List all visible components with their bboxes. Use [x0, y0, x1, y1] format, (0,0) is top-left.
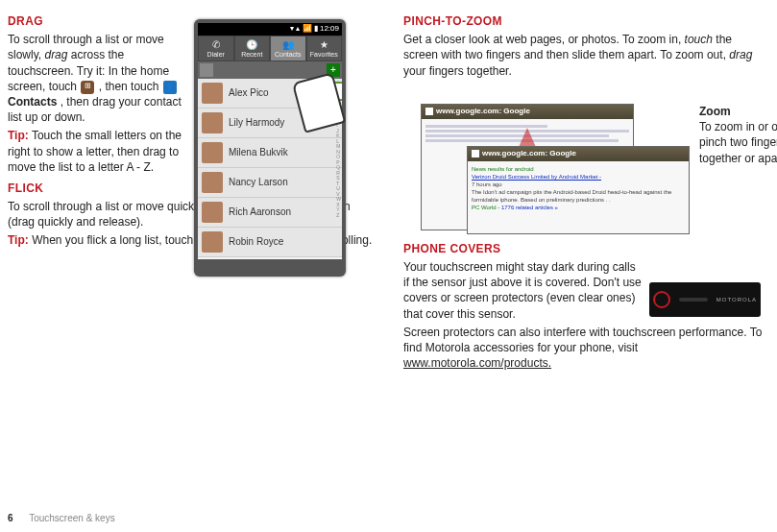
news-snippet: The Idon't ad campaign pits the Android-…	[472, 188, 685, 204]
news-header: News results for android	[472, 165, 685, 173]
contact-name: Alex Pico	[229, 86, 269, 100]
text: , then touch	[99, 80, 162, 93]
pinch-paragraph: Get a closer look at web pages, or photo…	[403, 32, 768, 79]
news-age: 7 hours ago	[472, 181, 685, 188]
browser-title: www.google.com: Google	[436, 107, 530, 117]
tab-label: Favorites	[310, 51, 338, 58]
earpiece-icon	[679, 298, 708, 302]
zoom-text: To zoom in or out, pinch two fingers tog…	[699, 119, 777, 166]
status-bar: ▾ ▴ 📶 ▮ 12:09	[198, 23, 342, 36]
text: drag	[44, 48, 67, 61]
news-source: PC World - 1776 related articles »	[472, 204, 685, 211]
browser-zoomed-in: www.google.com: Google News results for …	[467, 146, 690, 234]
star-icon: ★	[307, 38, 342, 49]
me-avatar[interactable]	[200, 63, 213, 77]
browser-title-bar: www.google.com: Google	[468, 147, 689, 161]
contacts-label: Contacts	[8, 95, 57, 109]
text: touch	[685, 33, 713, 46]
tab-label: Dialer	[207, 51, 225, 58]
text: Get a closer look at web pages, or photo…	[403, 33, 685, 46]
list-item[interactable]: Rich Aaronson	[198, 198, 342, 228]
motorola-link[interactable]: www.motorola.com/products.	[403, 356, 551, 370]
list-item[interactable]: Robin Royce	[198, 228, 342, 257]
phone-mock: ▾ ▴ 📶 ▮ 12:09 ✆Dialer 🕒Recent 👥Contacts …	[194, 19, 346, 277]
avatar	[202, 231, 223, 253]
avatar	[202, 172, 223, 193]
covers-p2: Screen protectors can also interfere wit…	[403, 325, 768, 372]
news-link[interactable]: Verizon Droid Success Limited by Android…	[472, 173, 685, 181]
phone-top-illustration: MOTOROLA	[649, 282, 761, 317]
text: drag	[729, 48, 752, 61]
tab-bar: ✆Dialer 🕒Recent 👥Contacts ★Favorites	[198, 36, 342, 61]
page-number: 6	[8, 513, 13, 523]
contact-name: Robin Royce	[229, 235, 283, 249]
contacts-icon: 👤	[163, 81, 177, 94]
phone-icon: ✆	[199, 38, 233, 49]
pinch-demo: www.google.com: Google www.google.com: G…	[421, 104, 759, 238]
list-item[interactable]: Nancy Larson	[198, 168, 342, 198]
avatar	[202, 142, 223, 163]
contact-name: Nancy Larson	[229, 176, 288, 189]
zoom-title: Zoom	[699, 104, 777, 119]
tab-recent[interactable]: 🕒Recent	[234, 36, 271, 61]
people-icon: 👥	[271, 38, 305, 49]
tab-favorites[interactable]: ★Favorites	[306, 36, 343, 61]
tip-label: Tip:	[8, 233, 29, 247]
text: Touch the small letters on the right to …	[8, 129, 182, 173]
clock: 12:09	[320, 24, 339, 33]
text: Screen protectors can also interfere wit…	[403, 326, 762, 354]
avatar	[202, 202, 223, 223]
drag-paragraph: To scroll through a list or move slowly,…	[8, 32, 190, 125]
tip-label: Tip:	[8, 129, 29, 142]
contact-name: Rich Aaronson	[229, 206, 291, 219]
pinch-heading: Pinch-to-zoom	[403, 13, 768, 29]
browser-title: www.google.com: Google	[482, 149, 576, 159]
list-item[interactable]: Milena Bukvik	[198, 138, 342, 168]
avatar	[202, 112, 223, 133]
text: your fingers together.	[403, 64, 512, 78]
zoom-caption: Zoom To zoom in or out, pinch two finger…	[699, 104, 777, 166]
page-footer: 6 Touchscreen & keys	[8, 512, 115, 525]
motorola-logo: MOTOROLA	[716, 296, 757, 303]
browser-body: News results for android Verizon Droid S…	[468, 161, 689, 216]
proximity-sensor-icon	[653, 291, 670, 308]
tab-dialer[interactable]: ✆Dialer	[198, 36, 234, 61]
tab-label: Contacts	[275, 51, 302, 58]
clock-icon: 🕒	[235, 38, 270, 49]
footer-label: Touchscreen & keys	[29, 513, 115, 523]
text: To scroll through a list or move quickly…	[8, 200, 208, 213]
contact-name: Lily Harmody	[229, 116, 284, 130]
avatar	[202, 83, 223, 104]
tab-label: Recent	[241, 51, 262, 58]
home-icon: ⊞	[81, 81, 94, 94]
browser-title-bar: www.google.com: Google	[422, 105, 633, 119]
covers-p1: Your touchscreen might stay dark during …	[403, 259, 643, 322]
tab-contacts[interactable]: 👥Contacts	[270, 36, 306, 61]
favicon-icon	[472, 150, 479, 157]
contact-name: Milena Bukvik	[229, 146, 288, 159]
favicon-icon	[425, 108, 433, 115]
covers-heading: Phone covers	[403, 241, 768, 256]
drag-tip: Tip: Touch the small letters on the righ…	[8, 128, 190, 175]
